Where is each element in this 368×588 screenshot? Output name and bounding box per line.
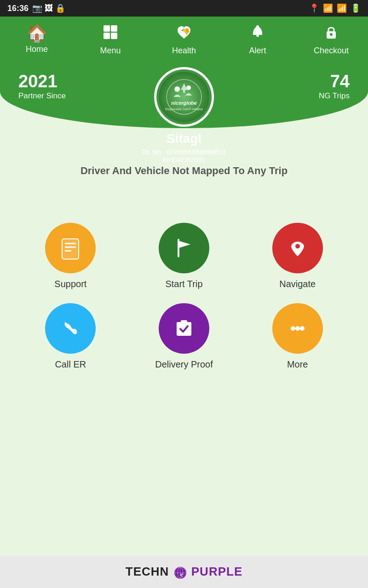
profile-center: nicerglobe Responsible Care® Initiative … xyxy=(142,67,226,164)
status-right: 📍 📶 📶 🔋 xyxy=(309,3,361,13)
svg-rect-25 xyxy=(177,322,191,336)
footer: TECHN PURPLE xyxy=(0,556,368,588)
top-nav: 🏠 Home Menu 👎 Health xyxy=(0,17,368,62)
checkout-icon xyxy=(323,24,339,43)
nav-alert[interactable]: Alert xyxy=(221,24,294,56)
navigate-button[interactable] xyxy=(272,223,323,273)
battery-icon: 🔋 xyxy=(351,3,361,13)
nav-alert-label: Alert xyxy=(249,46,266,56)
call-er-label: Call ER xyxy=(55,359,86,370)
partner-year: 2021 xyxy=(18,72,66,91)
action-call-er[interactable]: Call ER xyxy=(23,303,118,370)
health-icon: 👎 xyxy=(176,24,192,43)
logo-circle: nicerglobe Responsible Care® Initiative xyxy=(154,67,214,127)
profile-header: 2021 Partner Since xyxy=(0,62,368,128)
svg-rect-5 xyxy=(256,35,259,37)
action-grid: Support Start Trip xyxy=(23,223,345,370)
status-time: 16:36 xyxy=(7,4,29,13)
alert-icon xyxy=(249,24,266,43)
driver-dl: DL No : DS6666666666611 xyxy=(142,148,226,156)
trips-label: NG Trips xyxy=(319,91,350,101)
delivery-proof-label: Delivery Proof xyxy=(155,359,213,370)
footer-globe-icon xyxy=(174,566,187,579)
start-trip-button[interactable] xyxy=(159,223,209,273)
action-navigate[interactable]: Navigate xyxy=(250,223,345,289)
more-button[interactable] xyxy=(272,303,323,354)
menu-icon xyxy=(102,24,119,43)
action-start-trip[interactable]: Start Trip xyxy=(137,223,232,289)
logo-inner: nicerglobe Responsible Care® Initiative xyxy=(156,69,212,124)
status-icons: 📷 🖼 🔒 xyxy=(32,3,65,13)
svg-rect-0 xyxy=(104,25,110,32)
nav-home[interactable]: 🏠 Home xyxy=(0,25,74,54)
svg-point-28 xyxy=(295,326,300,331)
svg-rect-26 xyxy=(181,320,187,324)
svg-point-12 xyxy=(186,85,191,90)
location-icon: 📍 xyxy=(309,3,319,13)
footer-purple-text: PURPLE xyxy=(191,565,242,578)
vehicle-number: MH04EB2601 xyxy=(162,156,205,164)
partner-since-label: Partner Since xyxy=(18,91,66,101)
signal-icon: 📶 xyxy=(337,3,347,13)
nav-checkout-label: Checkout xyxy=(314,46,349,56)
trips-count: 74 xyxy=(319,72,350,91)
nav-menu-label: Menu xyxy=(100,46,121,56)
svg-point-24 xyxy=(295,244,300,249)
svg-point-29 xyxy=(300,326,305,331)
svg-point-8 xyxy=(330,33,333,36)
action-support[interactable]: Support xyxy=(23,223,118,289)
call-er-button[interactable] xyxy=(45,303,96,354)
profile-stats-right: 74 NG Trips xyxy=(319,72,350,101)
wifi-icon: 📶 xyxy=(323,3,333,13)
nav-menu[interactable]: Menu xyxy=(74,24,147,56)
svg-point-6 xyxy=(256,25,259,28)
svg-rect-2 xyxy=(104,33,110,39)
support-label: Support xyxy=(54,279,86,289)
svg-rect-3 xyxy=(111,33,117,39)
svg-rect-1 xyxy=(111,25,117,32)
profile-stats-left: 2021 Partner Since xyxy=(18,72,66,101)
footer-brand: TECHN PURPLE xyxy=(126,565,243,579)
svg-rect-14 xyxy=(183,90,185,93)
navigate-label: Navigate xyxy=(279,279,316,289)
nav-home-label: Home xyxy=(26,45,48,54)
action-delivery-proof[interactable]: Delivery Proof xyxy=(137,303,232,370)
action-more[interactable]: More xyxy=(250,303,345,370)
nav-checkout[interactable]: Checkout xyxy=(294,24,368,56)
delivery-proof-button[interactable] xyxy=(159,303,209,354)
svg-text:👎: 👎 xyxy=(182,28,190,36)
no-trip-message: Driver And Vehicle Not Mapped To Any Tri… xyxy=(80,165,288,177)
main-content: Driver And Vehicle Not Mapped To Any Tri… xyxy=(0,128,368,556)
support-button[interactable] xyxy=(45,223,96,273)
more-label: More xyxy=(287,359,308,370)
start-trip-label: Start Trip xyxy=(165,279,202,289)
status-bar: 16:36 📷 🖼 🔒 📍 📶 📶 🔋 xyxy=(0,0,368,17)
nav-health-label: Health xyxy=(172,46,196,56)
svg-point-27 xyxy=(291,326,295,331)
home-icon: 🏠 xyxy=(27,25,47,42)
status-left: 16:36 📷 🖼 🔒 xyxy=(7,3,65,13)
nav-health[interactable]: 👎 Health xyxy=(147,24,221,56)
svg-text:Responsible Care® Initiative: Responsible Care® Initiative xyxy=(165,107,203,111)
footer-techno-text: TECHN xyxy=(126,565,169,578)
svg-rect-21 xyxy=(62,239,79,259)
driver-name: Sitagl xyxy=(167,131,201,146)
svg-text:nicerglobe: nicerglobe xyxy=(171,100,197,106)
svg-point-11 xyxy=(174,86,180,92)
